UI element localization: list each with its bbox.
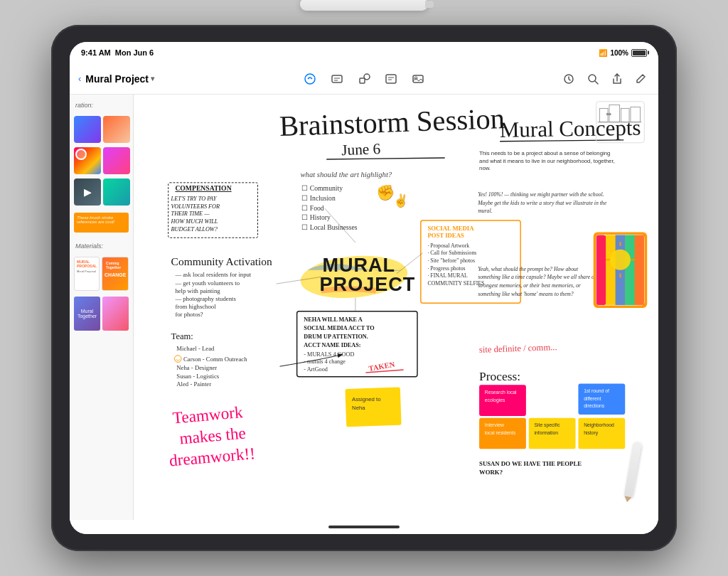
sticky-text: These brush stroke references are cool! <box>77 215 126 224</box>
svg-text:✊: ✊ <box>376 183 395 202</box>
doc-thumbnail-mural-proposal[interactable]: MURAL PROPOSAL Mural Proposal <box>74 257 100 291</box>
edit-icon[interactable] <box>633 70 650 87</box>
svg-point-54 <box>299 252 409 302</box>
apple-pencil-top <box>300 0 428 11</box>
text-tool-icon[interactable] <box>382 70 400 87</box>
svg-rect-85 <box>529 418 576 449</box>
svg-text:VOLUNTEERS FOR: VOLUNTEERS FOR <box>171 203 220 210</box>
svg-text:SOCIAL MEDIA ACCT TO: SOCIAL MEDIA ACCT TO <box>304 325 374 331</box>
thumbnail-orange[interactable] <box>103 116 130 143</box>
thumbnail-blue[interactable] <box>74 116 101 143</box>
svg-text:information: information <box>534 430 558 435</box>
svg-text:different: different <box>584 396 601 401</box>
svg-text:Research local: Research local <box>485 390 517 395</box>
svg-text:TAKEN: TAKEN <box>368 361 396 373</box>
thumbnail-gradient[interactable] <box>102 297 129 331</box>
battery-indicator <box>631 49 647 57</box>
shapes-icon[interactable] <box>355 70 373 87</box>
battery-fill <box>633 50 646 55</box>
svg-text:✌️: ✌️ <box>393 193 409 208</box>
content-area: ration: ▶ <box>70 95 658 520</box>
svg-text:☐ Local Businesses: ☐ Local Businesses <box>301 223 357 231</box>
history-icon[interactable] <box>560 70 577 87</box>
svg-text:from highschool: from highschool <box>175 303 216 310</box>
svg-text:COMPENSATION: COMPENSATION <box>175 184 231 192</box>
svg-text:1st round of: 1st round of <box>584 388 609 393</box>
date-display: Mon Jun 6 <box>115 48 154 57</box>
svg-rect-82 <box>479 418 526 449</box>
svg-text:Neha: Neha <box>352 405 365 411</box>
thumb-row-1 <box>74 116 129 143</box>
svg-text:dreamwork!!: dreamwork!! <box>168 444 256 469</box>
svg-text:Site specific: Site specific <box>534 422 560 428</box>
sticky-note-thumb: These brush stroke references are cool! <box>74 213 129 233</box>
document-title[interactable]: Mural Project ▾ <box>85 73 154 85</box>
thumbnail-purple[interactable]: Mural Together <box>74 297 100 331</box>
svg-rect-64 <box>297 311 417 377</box>
wifi-icon: 📶 <box>599 49 607 57</box>
svg-rect-38 <box>421 220 520 303</box>
svg-line-113 <box>277 277 321 284</box>
svg-text:- ArtGood: - ArtGood <box>304 366 328 373</box>
main-canvas[interactable]: Brainstorm Session June 6 Mural Concepts… <box>134 95 658 520</box>
svg-rect-79 <box>479 385 526 416</box>
svg-text:∙ Call for Submissions: ∙ Call for Submissions <box>428 250 477 256</box>
svg-rect-29 <box>168 183 258 238</box>
svg-line-14 <box>326 158 444 159</box>
sidebar-label: ration: <box>74 100 129 112</box>
share-icon[interactable] <box>609 70 626 87</box>
canvas-svg: Brainstorm Session June 6 Mural Concepts… <box>134 95 658 520</box>
svg-line-15 <box>500 140 623 142</box>
svg-text:history: history <box>584 430 599 436</box>
svg-rect-100 <box>625 235 635 305</box>
status-right: 📶 100% <box>599 49 647 57</box>
materials-label: Materials: <box>74 241 129 252</box>
thumbnail-green[interactable] <box>103 178 130 206</box>
media-tool-icon[interactable] <box>410 70 427 87</box>
sidebar-materials-section: Materials: <box>74 241 129 252</box>
chevron-down-icon: ▾ <box>151 75 154 82</box>
time-display: 9:41 AM <box>81 48 111 57</box>
svg-rect-98 <box>606 235 616 305</box>
svg-text:THEIR TIME —: THEIR TIME — <box>171 210 210 217</box>
svg-rect-99 <box>616 235 626 305</box>
status-bar: 9:41 AM Mon Jun 6 📶 100% <box>70 42 658 63</box>
svg-text:PROJECT: PROJECT <box>320 273 416 295</box>
chevron-left-icon: ‹ <box>78 73 81 84</box>
svg-text:Carson - Comm Outreach: Carson - Comm Outreach <box>183 356 247 363</box>
svg-text:POST IDEAS: POST IDEAS <box>428 232 464 239</box>
svg-text:HOW MUCH WILL: HOW MUCH WILL <box>171 218 218 225</box>
svg-rect-96 <box>596 235 645 305</box>
svg-rect-20 <box>621 108 629 122</box>
doc-thumb-row-2: Mural Together <box>74 297 129 331</box>
svg-text:local residents: local residents <box>485 430 516 435</box>
document-title-text: Mural Project <box>85 73 149 85</box>
svg-text:what should the art highlight?: what should the art highlight? <box>300 171 392 178</box>
svg-line-110 <box>324 208 355 242</box>
doc-thumbnail-change[interactable]: Coming Together CHANGE <box>102 257 129 291</box>
thumbnail-colorful[interactable] <box>74 147 101 174</box>
svg-point-102 <box>610 250 631 270</box>
svg-rect-107 <box>345 387 401 427</box>
search-icon[interactable] <box>584 70 601 87</box>
svg-text:COMMUNITY SELFIES: COMMUNITY SELFIES <box>428 280 485 287</box>
pen-tool-icon[interactable] <box>301 70 318 87</box>
card-view-icon[interactable] <box>328 70 346 87</box>
thumb-row-3: ▶ <box>74 178 129 206</box>
back-button[interactable]: ‹ <box>78 73 81 84</box>
thumbnail-pink[interactable] <box>103 147 130 174</box>
mural-concepts-title: Mural Concepts <box>500 115 641 142</box>
toolbar: ‹ Mural Project ▾ <box>70 63 658 95</box>
svg-text:☐ History: ☐ History <box>301 213 331 221</box>
sidebar: ration: ▶ <box>70 95 134 520</box>
svg-text:BUDGET ALLOW?: BUDGET ALLOW? <box>171 226 218 233</box>
svg-text:— ask local residents for inpu: — ask local residents for input <box>174 271 251 278</box>
thumbnail-video[interactable]: ▶ <box>74 178 101 206</box>
svg-text:Neighborhood: Neighborhood <box>584 422 614 428</box>
svg-text:— photography students: — photography students <box>174 295 236 302</box>
svg-text:Susan - Logistics: Susan - Logistics <box>176 373 219 380</box>
svg-text:ecologies: ecologies <box>485 398 505 403</box>
svg-text:NEHA WILL MAKE A: NEHA WILL MAKE A <box>304 316 362 323</box>
status-left: 9:41 AM Mon Jun 6 <box>81 48 154 57</box>
svg-text:Michael - Lead: Michael - Lead <box>176 345 215 352</box>
